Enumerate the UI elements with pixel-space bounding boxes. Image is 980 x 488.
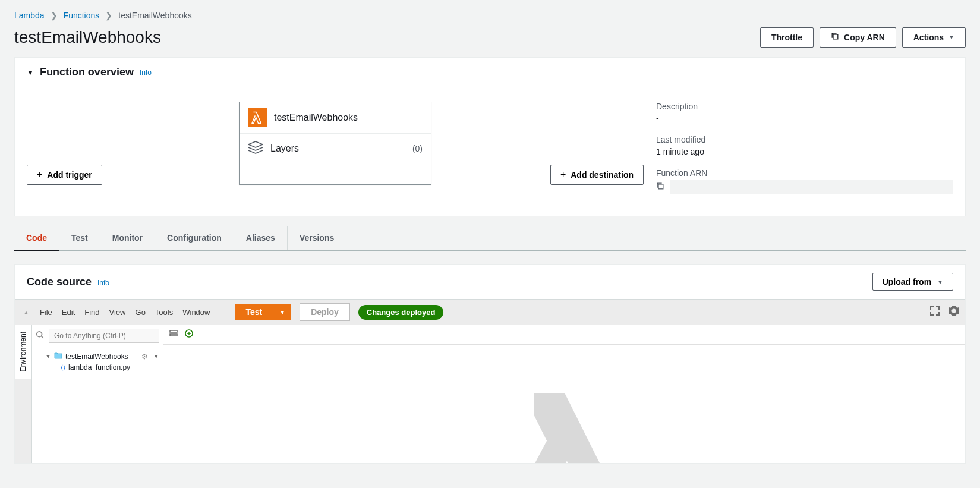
layers-count: (0) bbox=[412, 144, 423, 153]
last-modified-value: 1 minute ago bbox=[656, 147, 953, 156]
description-value: - bbox=[656, 114, 953, 123]
ide-menu-window[interactable]: Window bbox=[182, 308, 210, 317]
function-arn-label: Function ARN bbox=[656, 168, 953, 178]
ide-deploy-button: Deploy bbox=[300, 303, 350, 321]
tree-file[interactable]: ⟨⟩ lambda_function.py bbox=[34, 362, 160, 373]
tab-monitor[interactable]: Monitor bbox=[100, 226, 155, 250]
svg-rect-4 bbox=[170, 334, 177, 336]
plus-circle-icon[interactable] bbox=[185, 329, 193, 340]
fullscreen-icon[interactable] bbox=[929, 306, 940, 319]
ide-toolbar: ▲ File Edit Find View Go Tools Window Te… bbox=[15, 299, 965, 325]
code-source-title: Code source bbox=[27, 276, 92, 288]
add-trigger-button[interactable]: + Add trigger bbox=[27, 165, 102, 185]
ide-test-dropdown[interactable]: ▼ bbox=[273, 304, 291, 320]
file-explorer: ▼ testEmailWebhooks ⚙ ▾ ⟨⟩ lambda_functi… bbox=[32, 325, 163, 463]
ide-menu-view[interactable]: View bbox=[109, 308, 126, 317]
chevron-right-icon: ❯ bbox=[105, 11, 112, 20]
function-arn-value bbox=[670, 180, 953, 194]
tab-code[interactable]: Code bbox=[14, 226, 59, 251]
copy-icon[interactable] bbox=[656, 182, 664, 193]
page-title: testEmailWebhooks bbox=[14, 27, 161, 48]
tab-test[interactable]: Test bbox=[59, 226, 100, 250]
file-icon: ⟨⟩ bbox=[61, 364, 65, 371]
breadcrumb: Lambda ❯ Functions ❯ testEmailWebhooks bbox=[14, 11, 966, 20]
tree-folder[interactable]: ▼ testEmailWebhooks ⚙ ▾ bbox=[34, 351, 160, 362]
folder-icon bbox=[54, 352, 62, 361]
tree-folder-name: testEmailWebhooks bbox=[65, 352, 128, 361]
add-destination-button[interactable]: + Add destination bbox=[550, 165, 644, 185]
overview-title: Function overview bbox=[40, 66, 134, 78]
layers-icon bbox=[248, 141, 263, 156]
plus-icon: + bbox=[37, 171, 42, 179]
overview-info-link[interactable]: Info bbox=[140, 68, 152, 77]
lambda-icon bbox=[248, 108, 267, 127]
search-icon[interactable] bbox=[36, 330, 44, 341]
layers-row[interactable]: Layers (0) bbox=[240, 133, 431, 163]
tab-list-icon[interactable] bbox=[169, 329, 178, 340]
editor-area bbox=[163, 325, 965, 463]
caret-down-icon: ▼ bbox=[937, 279, 943, 285]
last-modified-label: Last modified bbox=[656, 135, 953, 144]
caret-down-icon: ▼ bbox=[45, 353, 51, 360]
ide-menu-find[interactable]: Find bbox=[84, 308, 99, 317]
lambda-watermark-icon bbox=[503, 377, 657, 463]
copy-arn-button[interactable]: Copy ARN bbox=[820, 27, 896, 48]
code-source-panel: Code source Info Upload from ▼ ▲ File Ed… bbox=[14, 264, 966, 464]
tree-file-name: lambda_function.py bbox=[68, 363, 130, 371]
svg-rect-0 bbox=[833, 34, 838, 39]
upload-from-button[interactable]: Upload from ▼ bbox=[872, 273, 953, 291]
tab-versions[interactable]: Versions bbox=[288, 226, 346, 250]
gear-icon[interactable] bbox=[949, 306, 959, 319]
deployed-badge: Changes deployed bbox=[358, 305, 444, 320]
ide-menu-tools[interactable]: Tools bbox=[155, 308, 173, 317]
plus-icon: + bbox=[560, 171, 566, 179]
breadcrumb-current: testEmailWebhooks bbox=[118, 11, 191, 20]
env-gutter bbox=[15, 379, 32, 463]
breadcrumb-lambda[interactable]: Lambda bbox=[14, 11, 45, 20]
code-source-info-link[interactable]: Info bbox=[97, 279, 109, 287]
svg-point-2 bbox=[37, 332, 42, 337]
caret-down-icon: ▼ bbox=[949, 32, 954, 43]
svg-rect-1 bbox=[658, 184, 663, 189]
breadcrumb-functions[interactable]: Functions bbox=[64, 11, 100, 20]
throttle-button[interactable]: Throttle bbox=[760, 27, 814, 48]
copy-icon bbox=[831, 32, 839, 43]
function-tabs: Code Test Monitor Configuration Aliases … bbox=[14, 226, 966, 251]
ide-menu-go[interactable]: Go bbox=[136, 308, 146, 317]
goto-anything-input[interactable] bbox=[49, 329, 159, 343]
tab-configuration[interactable]: Configuration bbox=[155, 226, 234, 250]
layers-label: Layers bbox=[270, 143, 299, 154]
editor-canvas[interactable] bbox=[163, 345, 965, 463]
gear-icon[interactable]: ⚙ bbox=[141, 352, 152, 361]
collapse-caret-icon[interactable]: ▼ bbox=[27, 68, 34, 77]
ide-test-button[interactable]: Test bbox=[235, 304, 273, 320]
svg-rect-3 bbox=[170, 330, 177, 332]
collapse-tri-icon[interactable]: ▲ bbox=[21, 309, 31, 316]
function-overview-panel: ▼ Function overview Info testEmailWebhoo… bbox=[14, 57, 966, 216]
caret-down-icon[interactable]: ▾ bbox=[155, 352, 160, 360]
function-card[interactable]: testEmailWebhooks bbox=[239, 102, 431, 185]
tab-aliases[interactable]: Aliases bbox=[234, 226, 288, 250]
environment-tab[interactable]: Environment bbox=[15, 325, 32, 379]
actions-button[interactable]: Actions ▼ bbox=[902, 27, 966, 48]
ide-menu-edit[interactable]: Edit bbox=[62, 308, 75, 317]
function-name: testEmailWebhooks bbox=[274, 112, 358, 123]
ide-menu-file[interactable]: File bbox=[40, 308, 52, 317]
description-label: Description bbox=[656, 102, 953, 111]
chevron-right-icon: ❯ bbox=[51, 11, 58, 20]
